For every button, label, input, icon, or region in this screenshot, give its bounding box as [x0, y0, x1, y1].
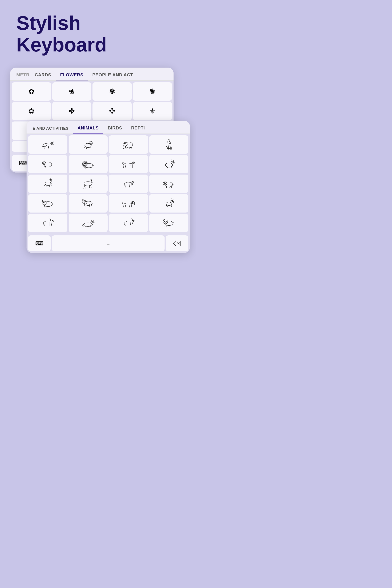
animal-cell-gazelle[interactable]	[149, 194, 188, 212]
svg-point-44	[52, 220, 53, 221]
tab-birds[interactable]: BIRDS	[103, 123, 126, 134]
animals-grid	[26, 134, 190, 234]
delete-icon	[172, 240, 182, 247]
animal-cell-cheetah[interactable]	[109, 155, 148, 173]
animal-cell-fox[interactable]	[28, 135, 68, 154]
animal-cell-antelope[interactable]	[109, 214, 148, 232]
animal-cell-wildebeest[interactable]	[149, 214, 188, 232]
emoji-cell[interactable]: ⚜	[133, 102, 172, 120]
svg-point-32	[164, 182, 165, 183]
svg-point-42	[170, 200, 174, 203]
tab-cards[interactable]: CARDS	[30, 70, 56, 81]
keyboard-toggle-button[interactable]: ⌨	[28, 236, 51, 251]
tab-people[interactable]: PEOPLE AND ACT	[88, 70, 133, 81]
animal-cell-ibex[interactable]	[149, 155, 188, 173]
animal-cell-deer2[interactable]	[28, 214, 68, 232]
svg-point-25	[91, 180, 92, 181]
animal-cell-giraffe[interactable]	[149, 135, 188, 154]
tab-bar-flowers: METRIC CARDS FLOWERS PEOPLE AND ACT	[10, 68, 174, 81]
tab-reptile[interactable]: REPTILE	[126, 123, 145, 134]
tab-people-activities[interactable]: E AND ACTIVITIES	[28, 124, 73, 134]
emoji-cell[interactable]: ❀	[52, 82, 92, 101]
animal-cell-elephant[interactable]	[109, 135, 148, 154]
animal-cell-cat[interactable]	[68, 135, 108, 154]
svg-point-45	[84, 223, 92, 226]
keyboards-container: METRIC CARDS FLOWERS PEOPLE AND ACT ✿ ❀ …	[10, 68, 186, 264]
space-icon: ⎵	[103, 240, 114, 246]
svg-point-41	[166, 202, 172, 206]
emoji-cell[interactable]: ✣	[92, 102, 132, 120]
svg-point-21	[173, 162, 174, 163]
svg-point-48	[133, 220, 134, 221]
svg-point-43	[172, 201, 173, 202]
tab-metric[interactable]: METRIC	[12, 70, 30, 81]
svg-point-22	[45, 182, 52, 186]
space-button[interactable]: ⎵	[52, 236, 164, 251]
svg-point-38	[84, 202, 84, 202]
emoji-cell[interactable]: ✾	[92, 82, 132, 101]
keyboard-icon: ⌨	[35, 240, 44, 247]
svg-point-10	[42, 162, 46, 164]
animal-cell-horse[interactable]	[68, 174, 108, 193]
animal-cell-lion[interactable]	[68, 155, 108, 173]
keyboard-icon	[19, 160, 28, 166]
animal-cell-bull[interactable]	[68, 194, 108, 212]
tab-bar-animals: E AND ACTIVITIES ANIMALS BIRDS REPTILE	[26, 121, 190, 134]
svg-point-11	[43, 163, 44, 164]
animal-cell-leopard[interactable]	[109, 194, 148, 212]
delete-button[interactable]	[166, 236, 188, 251]
emoji-cell[interactable]: ✤	[52, 102, 92, 120]
keyboard-animals: E AND ACTIVITIES ANIMALS BIRDS REPTILE	[26, 121, 190, 253]
animal-cell-wolf[interactable]	[109, 174, 148, 193]
animal-cell-bear[interactable]	[28, 155, 68, 173]
svg-point-17	[85, 163, 86, 164]
svg-point-31	[165, 184, 166, 184]
svg-point-36	[84, 201, 92, 206]
svg-point-7	[124, 143, 125, 144]
animal-cell-donkey[interactable]	[68, 214, 108, 232]
app-title: Stylish Keyboard	[16, 12, 107, 55]
animal-cell-rhino[interactable]	[28, 194, 68, 212]
tab-flowers[interactable]: FLOWERS	[56, 70, 88, 81]
svg-point-47	[93, 222, 94, 223]
svg-point-46	[91, 222, 94, 224]
emoji-cell[interactable]: ✿	[12, 102, 51, 120]
svg-point-35	[43, 202, 44, 203]
animal-cell-deer[interactable]	[28, 174, 68, 193]
tab-animals[interactable]: ANIMALS	[73, 123, 103, 134]
svg-point-40	[132, 202, 133, 203]
svg-point-23	[50, 180, 51, 181]
svg-point-51	[164, 221, 165, 222]
bottom-bar-animals: ⌨ ⎵	[26, 234, 190, 253]
emoji-cell[interactable]: ✿	[12, 82, 51, 101]
svg-point-16	[84, 163, 85, 164]
emoji-cell[interactable]: ✺	[133, 82, 172, 101]
svg-point-30	[164, 184, 165, 184]
animal-cell-pig[interactable]	[149, 174, 188, 193]
